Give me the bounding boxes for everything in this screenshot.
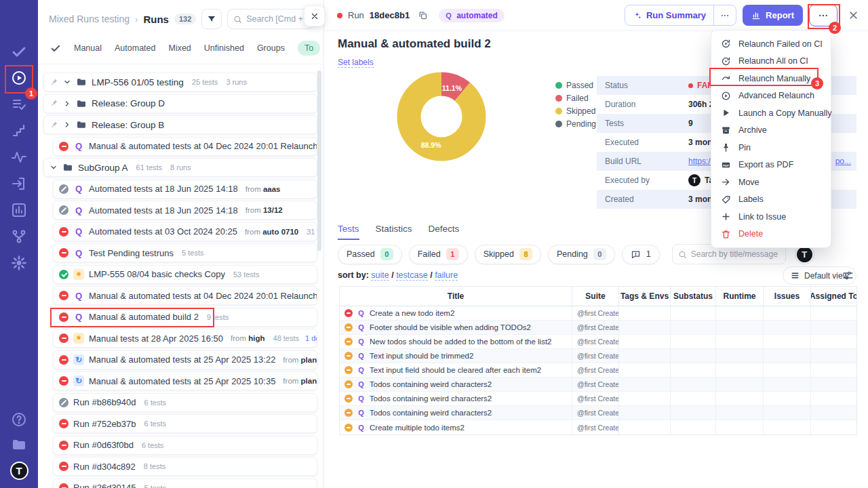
test-title-cell[interactable]: QTodos containing weird characters2	[340, 406, 572, 420]
run-list-item[interactable]: Run #d304c8928 tests	[53, 457, 317, 476]
run-group-item[interactable]: LMP-556 01/05 testing25 tests3 runs	[43, 73, 317, 92]
run-group-item[interactable]: SubGroup A61 tests8 runs	[43, 158, 317, 177]
filter-button[interactable]	[201, 9, 222, 29]
test-title-cell[interactable]: QNew todos should be added to the bottom…	[340, 335, 572, 348]
chip-passed[interactable]: Passed0	[338, 245, 402, 264]
import-icon[interactable]	[11, 176, 27, 192]
table-row[interactable]: QText input field should be cleared afte…	[340, 363, 856, 378]
chip-failed[interactable]: Failed1	[409, 245, 468, 264]
run-list-item[interactable]: QAutomated tests at 18 Jun 2025 14:18fro…	[53, 201, 317, 220]
run-filter-tab-groups[interactable]: Groups	[257, 43, 285, 53]
run-summary-more-button[interactable]	[713, 5, 736, 25]
run-summary-button[interactable]: Run Summary	[625, 5, 736, 26]
comments-chip[interactable]: 1	[622, 245, 660, 264]
run-group-item[interactable]: Release: Group D	[43, 94, 317, 113]
menu-item-link-to-issue[interactable]: Link to Issue	[711, 208, 831, 226]
run-list-item[interactable]: Run #26d301455 tests	[53, 479, 317, 488]
tab-defects[interactable]: Defects	[429, 224, 460, 240]
more-actions-button[interactable]	[809, 4, 837, 26]
menu-item-relaunch-all-on-ci[interactable]: Relaunch All on CI	[711, 53, 831, 70]
run-list-item[interactable]: Run #0d63f0bd6 tests	[53, 436, 317, 455]
test-title-cell[interactable]: QFooter should be visible when adding TO…	[340, 321, 572, 334]
search-input[interactable]: Search [Cmd + K]	[227, 9, 314, 29]
chip-pending[interactable]: Pending0	[548, 245, 615, 264]
test-title-cell[interactable]: QCreate multiple todo items2	[340, 420, 572, 434]
run-filter-tab-unfinished[interactable]: Unfinished	[204, 43, 244, 53]
sort-link-failure[interactable]: failure	[435, 270, 458, 281]
steps-icon[interactable]	[11, 123, 27, 139]
menu-icon[interactable]	[10, 9, 28, 27]
defects-link[interactable]: 1 defects	[305, 334, 317, 342]
run-filter-tab-mixed[interactable]: Mixed	[168, 43, 191, 53]
table-row[interactable]: QFooter should be visible when adding TO…	[340, 321, 856, 335]
test-list-icon[interactable]	[11, 96, 27, 113]
sort-link-suite[interactable]: suite	[371, 270, 389, 281]
test-title-cell[interactable]: QCreate a new todo item2	[340, 306, 572, 320]
projects-icon[interactable]	[11, 436, 27, 453]
tasks-check-icon[interactable]	[11, 43, 27, 60]
column-settings-icon[interactable]	[842, 270, 854, 281]
tab-statistics[interactable]: Statistics	[376, 224, 412, 240]
table-row[interactable]: QTodos containing weird characters2@firs…	[340, 378, 856, 392]
run-list-item[interactable]: *Manual tests at 28 Apr 2025 16:50from h…	[53, 329, 317, 348]
run-filter-tab-automated[interactable]: Automated	[115, 43, 155, 53]
set-labels-link[interactable]: Set labels	[338, 58, 374, 68]
help-icon[interactable]	[11, 411, 27, 428]
run-list-item[interactable]: Run #b86b940d6 tests	[53, 393, 317, 412]
user-logo-avatar[interactable]: T	[10, 462, 28, 480]
select-runs-icon[interactable]	[50, 43, 61, 54]
run-filter-tab-to[interactable]: To	[298, 41, 320, 56]
menu-item-export-as-pdf[interactable]: PDFExport as PDF	[711, 157, 831, 174]
table-row[interactable]: QNew todos should be added to the bottom…	[340, 335, 856, 349]
settings-icon[interactable]	[11, 255, 27, 271]
analytics-icon[interactable]	[11, 202, 27, 218]
run-list-item[interactable]: QManual & automated tests at 04 Dec 2024…	[53, 137, 317, 156]
table-row[interactable]: QText input should be trimmed2@first Cre…	[340, 349, 856, 363]
close-panel-button[interactable]	[304, 5, 325, 26]
copy-icon[interactable]	[418, 10, 428, 20]
run-list-item[interactable]: QManual & automated build 29 tests	[53, 308, 317, 327]
chev-down-icon[interactable]	[50, 163, 58, 171]
chev-down-icon[interactable]	[63, 78, 71, 86]
menu-item-move[interactable]: Move	[711, 174, 831, 191]
run-list-item[interactable]: QAutomated tests at 18 Jun 2025 14:18fro…	[53, 180, 317, 199]
run-filter-tab-manual[interactable]: Manual	[74, 43, 102, 53]
run-list-item[interactable]: ↻Manual & automated tests at 25 Apr 2025…	[53, 371, 317, 390]
table-row[interactable]: QTodos containing weird characters2@firs…	[340, 392, 856, 406]
chev-right-icon[interactable]	[63, 121, 71, 129]
tab-tests[interactable]: Tests	[338, 224, 359, 240]
pulse-icon[interactable]	[11, 149, 27, 165]
table-row[interactable]: QCreate multiple todo items2@first Creat…	[340, 420, 856, 434]
sort-link-testcase[interactable]: testcase	[396, 270, 428, 281]
build-url-link[interactable]: https:/	[688, 157, 711, 166]
chev-right-icon[interactable]	[63, 100, 71, 108]
menu-item-pin[interactable]: Pin	[711, 139, 831, 157]
menu-item-archive[interactable]: Archive	[711, 122, 831, 140]
menu-item-relaunch-manually[interactable]: Relaunch Manually	[711, 70, 831, 87]
menu-item-relaunch-failed-on-ci[interactable]: Relaunch Failed on CI	[711, 35, 831, 53]
run-list-item[interactable]: QTest Pending testruns5 tests	[53, 243, 317, 262]
run-list-item[interactable]: *LMP-555 08/04 basic checks Copy53 tests	[53, 265, 317, 284]
branch-icon[interactable]	[11, 228, 27, 245]
menu-item-labels[interactable]: Labels	[711, 191, 831, 209]
test-title-cell[interactable]: QText input field should be cleared afte…	[340, 363, 572, 377]
run-list-item[interactable]: QManual & automated tests at 04 Dec 2024…	[53, 286, 317, 305]
close-detail-icon[interactable]	[848, 10, 859, 20]
scrollbar-thumb[interactable]	[317, 70, 321, 251]
table-row[interactable]: QTodos containing weird characters2@firs…	[340, 406, 856, 420]
test-title-cell[interactable]: QTodos containing weird characters2	[340, 378, 572, 391]
runs-icon[interactable]	[11, 70, 27, 86]
chip-skipped[interactable]: Skipped8	[475, 245, 541, 264]
table-row[interactable]: QCreate a new todo item2@first Create ..…	[340, 306, 856, 321]
run-list-item[interactable]: Run #752eb37b6 tests	[53, 414, 317, 433]
menu-item-delete[interactable]: Delete	[711, 226, 831, 243]
run-list-item[interactable]: QAutomated tests at 03 Oct 2024 20:25fro…	[53, 222, 317, 241]
test-title-cell[interactable]: QTodos containing weird characters2	[340, 392, 572, 405]
report-button[interactable]: Report	[743, 5, 803, 26]
test-title-cell[interactable]: QText input should be trimmed2	[340, 349, 572, 363]
build-url-link-end[interactable]: po...	[835, 157, 851, 166]
run-group-item[interactable]: Release: Group B	[43, 115, 317, 134]
run-list-item[interactable]: ↻Manual & automated tests at 25 Apr 2025…	[53, 350, 317, 369]
menu-item-launch-a-copy-manually[interactable]: Launch a Copy Manually	[711, 104, 831, 122]
menu-item-advanced-relaunch[interactable]: Advanced Relaunch	[711, 87, 831, 105]
